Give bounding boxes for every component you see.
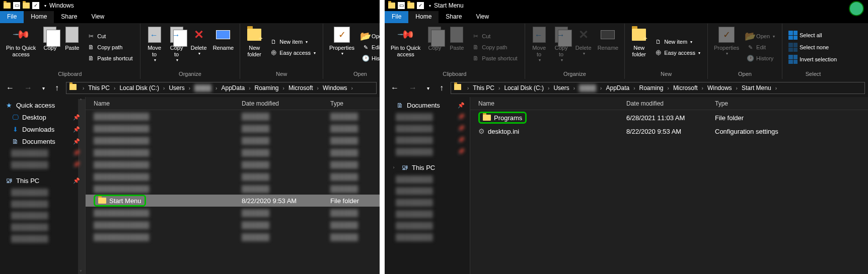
crumb-appdata[interactable]: AppData <box>219 84 247 92</box>
paste-shortcut-button[interactable]: 🗎Paste shortcut <box>470 53 519 63</box>
paste-shortcut-button[interactable]: 🗎Paste shortcut <box>85 53 134 63</box>
sidebar-hidden[interactable]: ████████ <box>385 185 470 197</box>
chevron-right-icon[interactable]: › <box>546 85 551 91</box>
sidebar-hidden[interactable]: ████████ <box>385 197 470 208</box>
sidebar-hidden[interactable]: ████████📌 <box>385 111 470 123</box>
copy-to-button[interactable]: Copy to▾ <box>166 25 188 70</box>
tab-view[interactable]: View <box>84 11 111 23</box>
chevron-right-icon[interactable]: › <box>666 85 671 91</box>
rename-button[interactable]: Rename <box>595 25 622 70</box>
easy-access-button[interactable]: 🞋Easy access▾ <box>267 48 318 58</box>
chevron-right-icon[interactable]: › <box>700 85 705 91</box>
column-type[interactable]: Type <box>327 100 380 107</box>
crumb-start-menu[interactable]: Start Menu <box>740 84 773 92</box>
list-item[interactable]: ████████████████████████ <box>86 207 380 219</box>
sidebar-hidden[interactable]: ████████ <box>0 198 85 210</box>
list-item[interactable]: ████████████████████████ <box>86 170 380 182</box>
crumb-users[interactable]: Users <box>167 84 186 92</box>
copy-path-button[interactable]: 🗎Copy path <box>85 42 134 52</box>
sidebar-downloads[interactable]: ⬇Downloads📌 <box>0 123 85 135</box>
sidebar-hidden[interactable]: ████████ <box>0 187 85 198</box>
select-none-button[interactable]: Select none <box>786 42 839 53</box>
cut-button[interactable]: ✂Cut <box>470 31 519 41</box>
properties-button[interactable]: ✓Properties▾ <box>711 25 742 70</box>
chevron-right-icon[interactable]: › <box>187 85 192 91</box>
easy-access-button[interactable]: 🞋Easy access▾ <box>652 48 702 58</box>
address-bar[interactable]: › This PC› Local Disk (C:)› Users› ████›… <box>66 82 377 94</box>
up-button[interactable]: ↑ <box>52 83 62 93</box>
chevron-right-icon[interactable]: › <box>112 85 117 91</box>
sidebar-documents[interactable]: 🗎Documents📌 <box>385 99 470 111</box>
back-button[interactable]: ← <box>3 83 17 93</box>
move-to-button[interactable]: Move to▾ <box>528 25 550 70</box>
forward-button[interactable]: → <box>406 83 420 93</box>
chevron-right-icon[interactable]: › <box>773 85 779 91</box>
list-item[interactable]: ████████████████████████ <box>86 122 380 134</box>
delete-button[interactable]: ✕Delete▾ <box>572 25 595 70</box>
crumb-microsoft[interactable]: Microsoft <box>671 84 700 92</box>
properties-button[interactable]: ✓Properties▾ <box>326 25 357 70</box>
new-item-button[interactable]: 🗋New item▾ <box>652 37 702 47</box>
crumb-roaming[interactable]: Roaming <box>253 84 281 92</box>
chevron-right-icon[interactable]: › <box>571 85 577 91</box>
chevron-right-icon[interactable]: › <box>247 85 252 91</box>
crumb-user-hidden[interactable]: ████ <box>577 84 598 92</box>
list-item-desktop-ini[interactable]: ⚙desktop.ini 8/22/2020 9:53 AM Configura… <box>470 125 868 137</box>
crumb-windows[interactable]: Windows <box>705 84 734 92</box>
sidebar-hidden[interactable]: ████████ <box>0 221 85 233</box>
sidebar-hidden[interactable]: ████████📌 <box>0 159 85 170</box>
rename-button[interactable]: Rename <box>210 25 237 70</box>
copy-to-button[interactable]: Copy to▾ <box>550 25 572 70</box>
qat-customize-dropdown[interactable]: ▾ <box>40 4 46 8</box>
list-item-start-menu[interactable]: Start Menu 8/22/2020 9:53 AM File folder <box>86 195 380 207</box>
tab-file[interactable]: File <box>385 11 408 23</box>
invert-selection-button[interactable]: Invert selection <box>786 54 839 65</box>
forward-button[interactable]: → <box>21 83 35 93</box>
qat-save-icon[interactable]: ▭ <box>13 2 20 9</box>
sidebar-hidden[interactable]: ████████📌 <box>0 147 85 159</box>
chevron-right-icon[interactable]: › <box>315 85 321 91</box>
list-item[interactable]: ████████████████████████ <box>86 110 380 122</box>
edit-button[interactable]: ✎Edit <box>359 42 380 52</box>
chevron-right-icon[interactable]: › <box>81 85 86 91</box>
chevron-right-icon[interactable]: › <box>349 85 355 91</box>
qat-folder-icon[interactable] <box>22 2 30 10</box>
pin-to-quick-access-button[interactable]: 📌Pin to Quick access <box>388 25 423 70</box>
column-type[interactable]: Type <box>712 100 868 107</box>
tab-view[interactable]: View <box>469 11 496 23</box>
sidebar-hidden[interactable]: ████████ <box>385 173 470 185</box>
chevron-right-icon[interactable]: › <box>734 85 740 91</box>
recent-locations-button[interactable]: ▾ <box>424 85 432 91</box>
crumb-roaming[interactable]: Roaming <box>637 84 666 92</box>
copy-button[interactable]: Copy <box>39 25 61 70</box>
sidebar-documents[interactable]: 🗎Documents📌 <box>0 135 85 147</box>
recent-locations-button[interactable]: ▾ <box>39 85 48 91</box>
delete-button[interactable]: ✕Delete▾ <box>188 25 210 70</box>
crumb-user-hidden[interactable]: ████ <box>192 84 213 92</box>
crumb-drive[interactable]: Local Disk (C:) <box>117 84 161 92</box>
crumb-this-pc[interactable]: This PC <box>86 84 112 92</box>
history-button[interactable]: 🕑History <box>744 53 777 63</box>
crumb-microsoft[interactable]: Microsoft <box>286 84 315 92</box>
paste-button[interactable]: Paste <box>61 25 83 70</box>
tab-file[interactable]: File <box>0 11 24 23</box>
copy-path-button[interactable]: 🗎Copy path <box>470 42 519 52</box>
list-item[interactable]: ████████████████████████ <box>86 182 380 195</box>
address-bar[interactable]: › This PC› Local Disk (C:)› Users› ████›… <box>451 82 865 94</box>
qat-check-icon[interactable]: ✓ <box>32 2 39 9</box>
chevron-right-icon[interactable]: › <box>213 85 219 91</box>
column-name[interactable]: Name <box>470 100 626 107</box>
sidebar-hidden[interactable]: ████████ <box>0 233 85 244</box>
qat-check-icon[interactable]: ✓ <box>417 2 424 9</box>
tab-share[interactable]: Share <box>54 11 84 23</box>
pin-to-quick-access-button[interactable]: 📌 Pin to Quick access <box>3 25 39 70</box>
sidebar-hidden[interactable]: ████████📌 <box>385 134 470 146</box>
select-all-button[interactable]: Select all <box>786 30 839 41</box>
column-date[interactable]: Date modified <box>626 100 712 107</box>
chevron-right-icon[interactable]: › <box>465 85 471 91</box>
sidebar-hidden[interactable]: ████████ <box>0 210 85 221</box>
cut-button[interactable]: ✂Cut <box>85 31 134 41</box>
column-name[interactable]: Name <box>86 100 242 107</box>
sidebar-hidden[interactable]: ████████📌 <box>385 146 470 157</box>
list-item[interactable]: ████████████████████████ <box>86 146 380 158</box>
